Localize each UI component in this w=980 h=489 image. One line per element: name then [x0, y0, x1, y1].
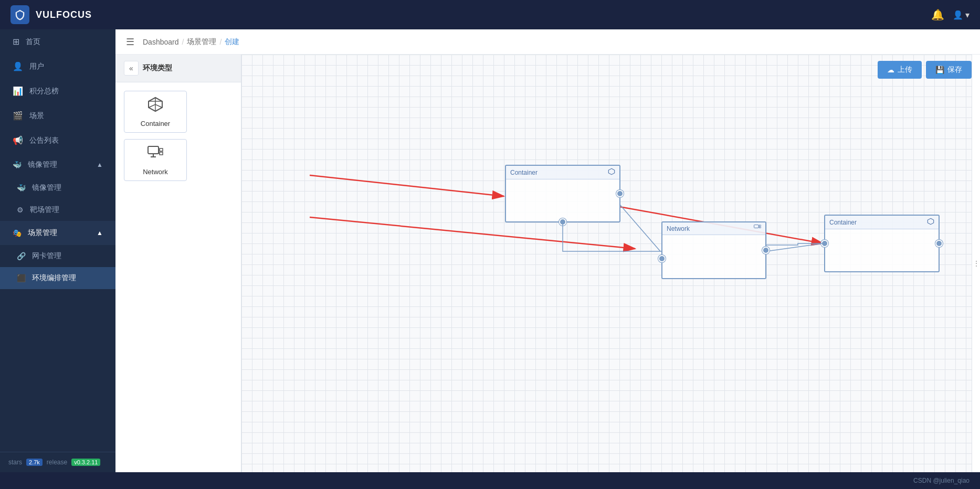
- content-area: ☰ Dashboard / 场景管理 / 创建 « 环境类型: [115, 29, 980, 472]
- leaderboard-icon: 📊: [13, 86, 23, 96]
- diagram-node-container1[interactable]: Container: [505, 165, 620, 222]
- save-button[interactable]: 💾 保存: [926, 61, 972, 79]
- svg-rect-13: [754, 225, 759, 228]
- palette-container-label: Container: [141, 120, 170, 127]
- upload-icon: ☁: [887, 66, 894, 74]
- breadcrumb-sep-2: /: [219, 38, 222, 46]
- scene-mgmt-icon: 🎭: [13, 229, 22, 237]
- svg-rect-14: [759, 225, 761, 226]
- node-network1-header: Network: [662, 222, 765, 235]
- node-container2-body: [825, 229, 939, 261]
- stars-label: stars: [8, 459, 22, 466]
- container-type-icon: [147, 96, 164, 116]
- user-chevron-icon: ▾: [965, 10, 970, 20]
- main-layout: ⊞ 首页 👤 用户 📊 积分总榜 🎬 场景 📢 公告列表 🐳 镜像管理 ▲: [0, 29, 980, 472]
- svg-rect-4: [160, 152, 163, 155]
- sidebar-group-image-mgmt[interactable]: 🐳 镜像管理 ▲: [0, 153, 115, 177]
- chevron-down-icon: ▲: [97, 229, 103, 237]
- svg-line-12: [766, 243, 823, 251]
- breadcrumb-dashboard[interactable]: Dashboard: [143, 38, 179, 46]
- node-container1-port-right[interactable]: [616, 190, 624, 197]
- node-container2-title: Container: [829, 219, 857, 226]
- scene-icon: 🎬: [13, 111, 23, 121]
- node-container2-port-left[interactable]: [821, 240, 828, 247]
- node-container1-title: Container: [510, 169, 538, 176]
- image-manage-icon: 🐳: [17, 184, 26, 192]
- notification-icon[interactable]: 🔔: [931, 8, 944, 21]
- canvas-grid: ☁ 上传 💾 保存: [241, 55, 980, 472]
- upload-label: 上传: [898, 65, 912, 75]
- palette-header: « 环境类型: [115, 55, 241, 82]
- node-container1-port-bottom[interactable]: [559, 218, 566, 226]
- node-container2-icon: [927, 218, 934, 227]
- sidebar-group-image-label: 镜像管理: [28, 160, 57, 169]
- palette-item-container[interactable]: Container: [124, 91, 187, 133]
- node-container1-header: Container: [506, 166, 619, 179]
- topbar-right: 🔔 👤 ▾: [931, 8, 970, 21]
- sidebar-item-user[interactable]: 👤 用户: [0, 54, 115, 79]
- user-menu[interactable]: 👤 ▾: [953, 10, 970, 20]
- palette-collapse-button[interactable]: «: [124, 61, 139, 76]
- version-badge: v0.3.2.11: [71, 459, 100, 466]
- right-panel-handle[interactable]: ⋮: [972, 55, 980, 472]
- node-network1-port-right[interactable]: [762, 247, 770, 254]
- app-name: VULFOCUS: [36, 9, 92, 20]
- sidebar-sub-nic-manage[interactable]: 🔗 网卡管理: [0, 245, 115, 267]
- sidebar-label-announcement: 公告列表: [29, 136, 59, 145]
- node-network1-body: [662, 235, 765, 267]
- node-network1-icon: [754, 225, 761, 232]
- sidebar-label-leaderboard: 积分总榜: [29, 87, 59, 96]
- breadcrumb: Dashboard / 场景管理 / 创建: [143, 37, 239, 47]
- diagram-node-network1[interactable]: Network: [661, 221, 766, 279]
- sidebar-sub-env-manage[interactable]: ⬛ 环境编排管理: [0, 267, 115, 289]
- topbar-left: VULFOCUS: [10, 5, 92, 24]
- svg-line-11: [619, 204, 660, 251]
- palette-item-network[interactable]: Network: [124, 139, 187, 181]
- bottom-bar: CSDN @julien_qiao: [0, 472, 980, 489]
- sidebar-label-image-manage: 镜像管理: [32, 183, 61, 193]
- sidebar-item-scene[interactable]: 🎬 场景: [0, 103, 115, 128]
- home-icon: ⊞: [13, 37, 19, 47]
- sidebar-group-scene-mgmt[interactable]: 🎭 场景管理 ▲: [0, 221, 115, 245]
- palette-title: 环境类型: [143, 63, 172, 73]
- chevron-up-icon: ▲: [97, 161, 103, 168]
- content-header: ☰ Dashboard / 场景管理 / 创建: [115, 29, 980, 55]
- canvas-container: « 环境类型 Con: [115, 55, 980, 472]
- sidebar: ⊞ 首页 👤 用户 📊 积分总榜 🎬 场景 📢 公告列表 🐳 镜像管理 ▲: [0, 29, 115, 472]
- upload-button[interactable]: ☁ 上传: [878, 61, 922, 79]
- diagram-node-container2[interactable]: Container: [824, 215, 940, 272]
- sidebar-label-home: 首页: [26, 37, 40, 47]
- node-container2-header: Container: [825, 216, 939, 229]
- sidebar-sub-target-manage[interactable]: ⚙ 靶场管理: [0, 199, 115, 221]
- image-mgmt-icon: 🐳: [13, 161, 22, 169]
- sidebar-label-user: 用户: [29, 62, 44, 71]
- save-icon: 💾: [935, 66, 944, 74]
- announcement-icon: 📢: [13, 135, 23, 145]
- canvas-main[interactable]: ☁ 上传 💾 保存: [241, 55, 980, 472]
- node-container2-port-right[interactable]: [935, 240, 943, 247]
- sidebar-sub-image-manage[interactable]: 🐳 镜像管理: [0, 177, 115, 199]
- sidebar-item-announcement[interactable]: 📢 公告列表: [0, 128, 115, 153]
- sidebar-item-leaderboard[interactable]: 📊 积分总榜: [0, 79, 115, 103]
- breadcrumb-create[interactable]: 创建: [225, 37, 239, 47]
- save-label: 保存: [947, 65, 962, 75]
- menu-toggle-icon[interactable]: ☰: [126, 36, 134, 48]
- breadcrumb-scene-mgmt[interactable]: 场景管理: [187, 37, 216, 47]
- node-container1-body: [506, 179, 619, 211]
- svg-line-8: [310, 175, 504, 196]
- release-label: release: [47, 459, 67, 466]
- bottom-credit: CSDN @julien_qiao: [913, 477, 970, 484]
- svg-rect-0: [148, 146, 159, 154]
- nic-manage-icon: 🔗: [17, 252, 26, 260]
- sidebar-label-target-manage: 靶场管理: [30, 205, 59, 215]
- stars-count: 2.7k: [26, 459, 43, 466]
- right-handle-icon: ⋮: [973, 259, 980, 268]
- breadcrumb-sep-1: /: [182, 38, 184, 46]
- sidebar-item-home[interactable]: ⊞ 首页: [0, 29, 115, 54]
- palette-items: Container: [115, 82, 241, 189]
- network-type-icon: [147, 144, 164, 165]
- svg-rect-3: [160, 148, 163, 151]
- sidebar-footer: stars 2.7k release v0.3.2.11: [0, 452, 115, 472]
- node-network1-port-left[interactable]: [658, 255, 666, 262]
- sidebar-group-scene-label: 场景管理: [28, 228, 57, 238]
